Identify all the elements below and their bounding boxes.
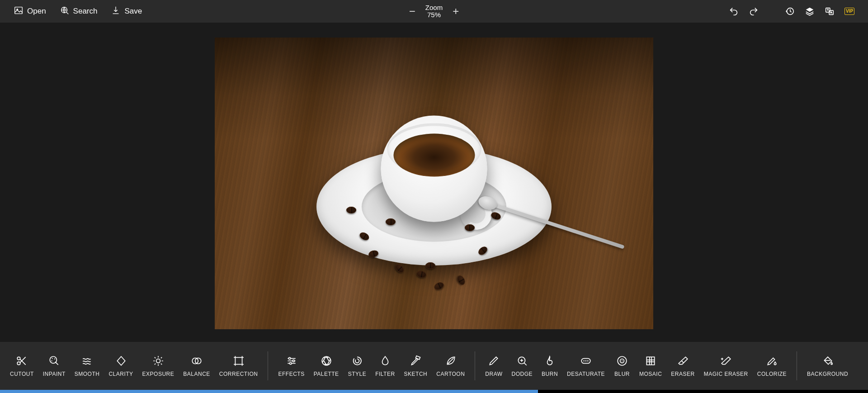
svg-point-11: [51, 360, 52, 361]
tool-group-adjust: CUTOUTINPAINTSMOOTHCLARITYEXPOSUREBALANC…: [5, 355, 262, 377]
tool-label: DODGE: [512, 371, 533, 377]
tool-balance[interactable]: BALANCE: [179, 355, 215, 377]
tool-blur[interactable]: BLUR: [609, 355, 635, 377]
tool-clarity[interactable]: CLARITY: [104, 355, 137, 377]
leaf-icon: [444, 355, 457, 367]
zoom-out-button[interactable]: −: [409, 5, 415, 18]
tool-eraser[interactable]: ERASER: [666, 355, 699, 377]
tool-label: BURN: [542, 371, 558, 377]
sliders-icon: [285, 355, 298, 367]
eraser-icon: [677, 355, 689, 367]
palette-brush-icon: [48, 355, 61, 367]
edited-image[interactable]: [215, 38, 653, 329]
redo-button[interactable]: [749, 6, 759, 16]
tool-group-paint: DRAWDODGEBURNDESATURATEBLURMOSAICERASERM…: [481, 355, 791, 377]
flame-icon: [543, 355, 556, 367]
svg-point-10: [54, 359, 55, 360]
search-label: Search: [73, 7, 98, 16]
svg-point-25: [587, 360, 589, 362]
tool-cartoon[interactable]: CARTOON: [432, 355, 469, 377]
target-icon: [616, 355, 628, 367]
tool-label: EXPOSURE: [142, 371, 175, 377]
tool-draw[interactable]: DRAW: [481, 355, 507, 377]
tool-label: BLUR: [614, 371, 630, 377]
tool-label: CLARITY: [108, 371, 133, 377]
svg-rect-29: [647, 357, 655, 365]
tool-label: EFFECTS: [278, 371, 304, 377]
open-label: Open: [27, 7, 46, 16]
tool-label: CUTOUT: [10, 371, 34, 377]
search-button[interactable]: Search: [60, 5, 98, 18]
tool-smooth[interactable]: SMOOTH: [70, 355, 104, 377]
bucket-icon: [821, 355, 834, 367]
vip-badge[interactable]: VIP: [844, 8, 854, 15]
undo-button[interactable]: [729, 6, 739, 16]
top-toolbar: Open Search Save − Zoom 75% + VIP: [0, 0, 868, 23]
tool-group-bg: BACKGROUND: [802, 355, 853, 377]
svg-point-16: [288, 357, 290, 359]
svg-point-17: [292, 360, 294, 362]
tool-sketch[interactable]: SKETCH: [400, 355, 432, 377]
svg-point-24: [585, 360, 587, 362]
zoom-controls: − Zoom 75% +: [409, 4, 459, 19]
magnify-plus-icon: [516, 355, 528, 367]
tool-palette[interactable]: PALETTE: [309, 355, 344, 377]
pencil-drop-icon: [765, 355, 778, 367]
grid-icon: [644, 355, 657, 367]
diamond-icon: [115, 355, 127, 367]
svg-point-9: [52, 358, 52, 359]
tool-correction[interactable]: CORRECTION: [215, 355, 263, 377]
tool-desaturate[interactable]: DESATURATE: [562, 355, 609, 377]
tool-label: BALANCE: [183, 371, 210, 377]
waves-icon: [81, 355, 94, 367]
tool-mosaic[interactable]: MOSAIC: [635, 355, 666, 377]
layers-button[interactable]: [805, 6, 815, 16]
zoom-in-button[interactable]: +: [453, 5, 459, 18]
save-button[interactable]: Save: [111, 5, 142, 18]
image-icon: [14, 5, 24, 18]
tool-label: MAGIC ERASER: [704, 371, 748, 377]
tool-effects[interactable]: EFFECTS: [274, 355, 309, 377]
zoom-text: Zoom: [425, 4, 443, 12]
aperture-icon: [320, 355, 333, 367]
tool-label: DESATURATE: [567, 371, 605, 377]
tool-label: CARTOON: [436, 371, 465, 377]
tool-label: FILTER: [375, 371, 395, 377]
tool-burn[interactable]: BURN: [537, 355, 562, 377]
tool-label: CORRECTION: [219, 371, 258, 377]
tool-group-effects: EFFECTSPALETTESTYLEFILTERSKETCHCARTOON: [274, 355, 469, 377]
svg-point-12: [156, 359, 160, 363]
tool-style[interactable]: STYLE: [344, 355, 371, 377]
tool-label: SMOOTH: [75, 371, 100, 377]
separator: [475, 351, 475, 380]
swirl-icon: [351, 355, 363, 367]
zoom-display: Zoom 75%: [425, 4, 443, 19]
canvas-area[interactable]: [0, 23, 868, 342]
separator: [797, 351, 797, 380]
open-button[interactable]: Open: [14, 5, 46, 18]
tool-exposure[interactable]: EXPOSURE: [138, 355, 179, 377]
tool-inpaint[interactable]: INPAINT: [38, 355, 70, 377]
pencil-ruler-icon: [409, 355, 422, 367]
pencil-icon: [487, 355, 500, 367]
progress-strip[interactable]: [0, 390, 538, 393]
tool-dodge[interactable]: DODGE: [507, 355, 538, 377]
history-button[interactable]: [785, 6, 795, 16]
top-left-group: Open Search Save: [14, 5, 142, 18]
tool-colorize[interactable]: COLORIZE: [753, 355, 791, 377]
tool-cutout[interactable]: CUTOUT: [5, 355, 38, 377]
tool-filter[interactable]: FILTER: [371, 355, 399, 377]
crop-frame-icon: [232, 355, 245, 367]
save-label: Save: [124, 7, 142, 16]
tool-background[interactable]: BACKGROUND: [802, 355, 853, 377]
svg-point-18: [289, 362, 291, 364]
translate-button[interactable]: [825, 6, 835, 16]
top-right-group: VIP: [729, 6, 854, 16]
tool-magic-eraser[interactable]: MAGIC ERASER: [699, 355, 753, 377]
tool-label: INPAINT: [43, 371, 66, 377]
drop-icon: [379, 355, 392, 367]
venn-icon: [190, 355, 203, 367]
tool-label: PALETTE: [314, 371, 339, 377]
tool-label: ERASER: [671, 371, 694, 377]
download-icon: [111, 5, 121, 18]
